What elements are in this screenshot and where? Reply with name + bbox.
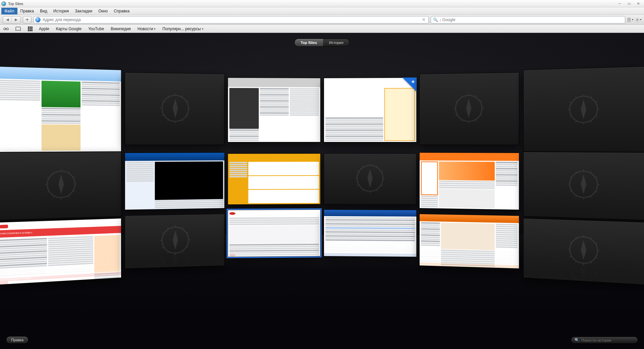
menu-закладки[interactable]: Закладки (72, 8, 95, 14)
svg-line-64 (596, 102, 597, 103)
topsite-thumbnail[interactable] (419, 152, 519, 210)
svg-line-12 (638, 18, 639, 19)
svg-line-49 (475, 95, 476, 97)
back-button[interactable]: ◀ (3, 16, 12, 23)
switch-history[interactable]: История (323, 39, 350, 46)
menu-правка[interactable]: Правка (17, 8, 37, 14)
bookmarks-bar: AppleКарты GoogleYouTubeВикипедияНовости… (0, 25, 644, 33)
topsite-empty[interactable] (324, 153, 417, 205)
svg-line-113 (168, 252, 169, 253)
topsite-thumbnail[interactable] (228, 78, 321, 142)
topsite-thumbnail[interactable] (324, 209, 417, 257)
pinned-star-icon (402, 78, 416, 92)
svg-line-147 (591, 237, 592, 239)
bookmark-YouTube[interactable]: YouTube (88, 27, 104, 31)
menu-справка[interactable]: Справка (111, 8, 132, 14)
history-search-input[interactable] (581, 338, 634, 342)
menu-вид[interactable]: Вид (37, 8, 50, 14)
topsite-thumbnail[interactable] (228, 209, 321, 257)
window-title: Top Sites (8, 2, 23, 6)
svg-point-4 (637, 19, 638, 20)
svg-line-72 (47, 191, 49, 192)
compass-icon (159, 224, 192, 259)
svg-line-54 (596, 116, 597, 117)
svg-line-29 (168, 119, 169, 121)
svg-marker-65 (581, 99, 587, 119)
svg-marker-121 (173, 231, 178, 250)
compass-icon (566, 93, 601, 128)
svg-line-68 (73, 191, 75, 192)
search-bar[interactable]: 🔍 | Google (431, 16, 625, 23)
topsite-thumbnail[interactable]: ЛЕТНЯЯ СТАЖИРОВКА В «М.ВИДЕО»ЛЕТНЯЯ СТАЖ… (0, 218, 121, 285)
svg-line-55 (591, 121, 592, 122)
svg-line-32 (162, 101, 164, 102)
svg-rect-23 (31, 30, 33, 31)
clear-address-icon[interactable]: ✕ (421, 17, 427, 22)
svg-line-9 (636, 18, 636, 19)
svg-line-26 (187, 115, 189, 116)
svg-line-74 (47, 177, 49, 178)
topsite-thumbnail[interactable] (419, 214, 519, 269)
topsite-thumbnail[interactable] (0, 66, 121, 152)
bookmark-folder[interactable]: Популярн... ресурсы▾ (162, 27, 203, 31)
top-sites-grid-icon[interactable] (27, 26, 34, 32)
topsite-empty[interactable] (125, 214, 225, 269)
topsite-empty[interactable] (125, 72, 225, 145)
menu-окно[interactable]: Окно (95, 8, 111, 14)
svg-marker-79 (58, 174, 64, 194)
search-input-field[interactable] (539, 17, 623, 22)
menu-файл[interactable]: Файл (1, 8, 17, 14)
topsite-thumbnail[interactable] (125, 152, 225, 210)
edit-button[interactable]: Правка (6, 336, 29, 344)
nav-back-forward: ◀ ▶ (3, 16, 21, 23)
svg-line-47 (461, 95, 462, 97)
settings-gear-button[interactable]: ▾ (635, 17, 641, 23)
svg-line-27 (182, 120, 183, 121)
svg-line-75 (53, 171, 54, 173)
svg-line-10 (638, 20, 639, 21)
menu-история[interactable]: История (50, 8, 72, 14)
forward-button[interactable]: ▶ (12, 16, 20, 23)
topsite-empty[interactable] (0, 152, 121, 220)
window-close-button[interactable]: ✕ (634, 1, 643, 6)
compass-icon (566, 233, 601, 269)
svg-line-148 (596, 243, 597, 244)
history-search[interactable]: 🔍 (571, 337, 638, 344)
svg-point-14 (6, 28, 8, 30)
bookmark-Apple[interactable]: Apple (39, 27, 49, 31)
topsite-empty[interactable] (523, 218, 644, 285)
svg-line-114 (162, 247, 164, 248)
svg-line-71 (53, 196, 54, 198)
svg-line-99 (576, 196, 577, 197)
window-minimize-button[interactable]: ─ (615, 1, 624, 6)
page-menu-button[interactable]: ▾ (627, 17, 633, 23)
svg-line-141 (576, 261, 577, 263)
address-input[interactable] (43, 17, 421, 22)
bookmarks-book-icon[interactable] (15, 26, 21, 32)
switch-topsites[interactable]: Top Sites (294, 39, 323, 46)
svg-line-86 (357, 185, 359, 186)
topsite-thumbnail[interactable] (228, 153, 321, 205)
svg-line-89 (363, 165, 364, 167)
svg-line-60 (570, 102, 572, 103)
svg-line-96 (596, 191, 597, 192)
topsite-empty[interactable] (523, 152, 644, 220)
topsite-empty[interactable] (523, 66, 644, 152)
topsites-history-switch: Top Sites История (294, 39, 349, 46)
svg-line-102 (570, 177, 572, 178)
bookmark-Википедия[interactable]: Википедия (111, 27, 131, 31)
svg-rect-19 (30, 28, 31, 30)
svg-marker-93 (367, 168, 372, 188)
svg-line-36 (187, 101, 189, 102)
address-bar[interactable]: ✕ (34, 16, 429, 23)
add-bookmark-button[interactable]: ＋ (23, 16, 32, 23)
window-maximize-button[interactable]: ▭ (625, 1, 633, 6)
reading-list-icon[interactable] (3, 26, 9, 32)
svg-line-61 (576, 96, 577, 98)
svg-line-111 (182, 251, 183, 253)
bookmark-folder[interactable]: Новости▾ (138, 27, 156, 31)
topsite-thumbnail[interactable] (324, 78, 417, 142)
svg-line-82 (381, 185, 383, 186)
topsite-empty[interactable] (419, 72, 519, 145)
bookmark-Карты Google[interactable]: Карты Google (56, 27, 82, 31)
